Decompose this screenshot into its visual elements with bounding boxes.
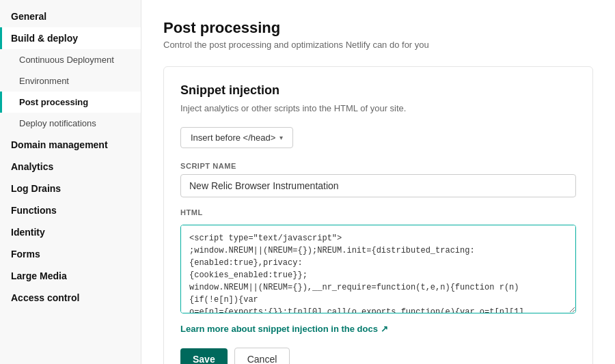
sidebar-item-access-control[interactable]: Access control	[0, 287, 141, 309]
html-code-input[interactable]	[180, 225, 576, 313]
section-title: Snippet injection	[180, 83, 576, 98]
script-name-input[interactable]	[180, 174, 576, 197]
sidebar-item-identity[interactable]: Identity	[0, 221, 141, 243]
page-subtitle: Control the post processing and optimiza…	[163, 40, 593, 50]
sidebar: GeneralBuild & deployContinuous Deployme…	[0, 0, 141, 364]
insert-position-dropdown[interactable]: Insert before </head> ▾	[180, 127, 293, 148]
script-name-label: Script name	[180, 162, 576, 170]
sidebar-item-large-media[interactable]: Large Media	[0, 265, 141, 287]
docs-link[interactable]: Learn more about snippet injection in th…	[180, 324, 388, 334]
sidebar-item-general[interactable]: General	[0, 5, 141, 27]
cancel-button[interactable]: Cancel	[234, 348, 290, 364]
sidebar-item-log-drains[interactable]: Log Drains	[0, 178, 141, 199]
html-label: HTML	[180, 208, 203, 216]
sidebar-item-post-processing[interactable]: Post processing	[0, 92, 141, 113]
main-content: Post processing Control the post process…	[141, 0, 615, 364]
html-field: HTML	[180, 208, 576, 316]
sidebar-item-analytics[interactable]: Analytics	[0, 156, 141, 178]
sidebar-item-deploy-notifications[interactable]: Deploy notifications	[0, 113, 141, 134]
sidebar-item-forms[interactable]: Forms	[0, 243, 141, 265]
sidebar-item-build-deploy[interactable]: Build & deploy	[0, 27, 141, 49]
sidebar-item-domain-management[interactable]: Domain management	[0, 134, 141, 156]
section-desc: Inject analytics or other scripts into t…	[180, 103, 576, 113]
chevron-down-icon: ▾	[279, 134, 283, 141]
sidebar-item-environment[interactable]: Environment	[0, 70, 141, 92]
page-title: Post processing	[163, 19, 593, 37]
dropdown-label: Insert before </head>	[191, 132, 275, 143]
action-buttons: Save Cancel	[180, 348, 576, 364]
script-name-field: Script name	[180, 162, 576, 208]
sidebar-item-continuous-deployment[interactable]: Continuous Deployment	[0, 49, 141, 70]
sidebar-item-functions[interactable]: Functions	[0, 199, 141, 221]
snippet-injection-card: Snippet injection Inject analytics or ot…	[163, 66, 593, 364]
save-button[interactable]: Save	[180, 348, 228, 364]
